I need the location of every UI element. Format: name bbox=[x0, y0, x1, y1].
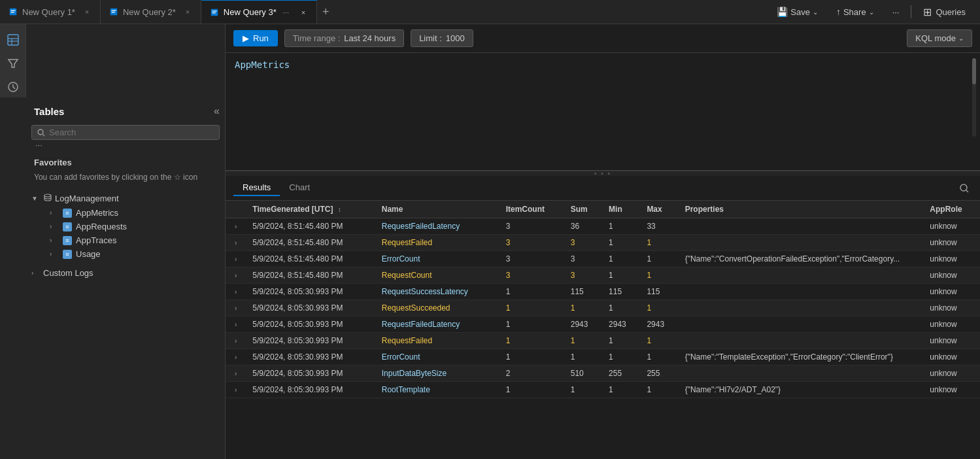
table-apptraces[interactable]: › ≡ AppTraces bbox=[26, 233, 225, 247]
table-apprequests[interactable]: › ≡ AppRequests bbox=[26, 220, 225, 233]
row-expand-icon[interactable]: › bbox=[232, 287, 239, 297]
query-editor[interactable]: AppMetrics bbox=[226, 53, 980, 171]
query-text[interactable]: AppMetrics bbox=[235, 60, 971, 70]
row-expand-icon[interactable]: › bbox=[232, 238, 239, 248]
results-tab-results[interactable]: Results bbox=[233, 180, 280, 196]
sidebar-collapse-icon[interactable]: « bbox=[214, 105, 220, 117]
row-itemcount: 3 bbox=[499, 267, 564, 284]
row-min: 1 bbox=[602, 349, 640, 366]
row-expand-cell[interactable]: › bbox=[226, 316, 246, 333]
results-table-wrapper: TimeGenerated [UTC] ↕ Name ItemCount Sum… bbox=[226, 201, 980, 459]
time-range-button[interactable]: Time range : Last 24 hours bbox=[284, 29, 404, 47]
row-expand-cell[interactable]: › bbox=[226, 333, 246, 349]
row-expand-cell[interactable]: › bbox=[226, 300, 246, 316]
row-expand-icon[interactable]: › bbox=[232, 320, 239, 330]
kql-mode-button[interactable]: KQL mode ⌄ bbox=[907, 29, 972, 47]
svg-rect-9 bbox=[8, 35, 18, 45]
row-expand-cell[interactable]: › bbox=[226, 251, 246, 267]
tab-1-label: New Query 1* bbox=[22, 7, 75, 17]
run-button[interactable]: ▶ Run bbox=[233, 30, 278, 46]
queries-button[interactable]: ⊞ Queries bbox=[917, 3, 972, 21]
col-min-header[interactable]: Min bbox=[602, 201, 640, 218]
share-button[interactable]: ↑ Share ⌄ bbox=[830, 4, 881, 20]
results-tab-chart[interactable]: Chart bbox=[280, 180, 319, 196]
log-management-label: LogManagement bbox=[55, 194, 119, 203]
table-appmetrics[interactable]: › ≡ AppMetrics bbox=[26, 206, 225, 220]
more-actions-button[interactable]: ··· bbox=[886, 5, 906, 20]
add-tab-button[interactable]: + bbox=[317, 5, 335, 19]
row-time: 5/9/2024, 8:51:45.480 PM bbox=[246, 218, 375, 235]
row-expand-icon[interactable]: › bbox=[232, 352, 239, 362]
sidebar-more-button[interactable]: ··· bbox=[31, 139, 45, 151]
star-icon: ☆ bbox=[174, 173, 183, 182]
col-sum-header[interactable]: Sum bbox=[564, 201, 602, 218]
tab-3-more[interactable]: ··· bbox=[280, 7, 292, 18]
row-itemcount: 1 bbox=[499, 284, 564, 300]
appmetrics-chevron: › bbox=[50, 209, 59, 216]
sidebar-panel-header: Tables « bbox=[26, 97, 225, 122]
table-row: › 5/9/2024, 8:05:30.993 PM RequestSucces… bbox=[226, 284, 980, 300]
row-expand-cell[interactable]: › bbox=[226, 218, 246, 235]
tab-1[interactable]: New Query 1* × bbox=[0, 0, 101, 24]
row-approle: unknow bbox=[923, 267, 980, 284]
tab-2-close[interactable]: × bbox=[182, 7, 193, 17]
row-expand-cell[interactable]: › bbox=[226, 267, 246, 284]
row-expand-cell[interactable]: › bbox=[226, 382, 246, 398]
col-properties-header[interactable]: Properties bbox=[679, 201, 924, 218]
tab-3[interactable]: New Query 3* ··· × bbox=[201, 0, 317, 24]
svg-point-15 bbox=[38, 129, 43, 135]
time-range-value: Last 24 hours bbox=[344, 33, 396, 43]
row-expand-icon[interactable]: › bbox=[232, 271, 239, 280]
queries-grid-icon: ⊞ bbox=[923, 6, 932, 18]
row-sum: 1 bbox=[564, 300, 602, 316]
col-name-header[interactable]: Name bbox=[375, 201, 499, 218]
row-time: 5/9/2024, 8:05:30.993 PM bbox=[246, 349, 375, 366]
row-expand-icon[interactable]: › bbox=[232, 336, 239, 346]
row-expand-icon[interactable]: › bbox=[232, 369, 239, 379]
svg-rect-4 bbox=[111, 10, 116, 10]
col-itemcount-header[interactable]: ItemCount bbox=[499, 201, 564, 218]
row-properties bbox=[679, 333, 924, 349]
limit-button[interactable]: Limit : 1000 bbox=[411, 29, 473, 47]
row-name: RootTemplate bbox=[375, 382, 499, 398]
row-approle: unknow bbox=[923, 333, 980, 349]
row-expand-cell[interactable]: › bbox=[226, 284, 246, 300]
col-timegenerated-header[interactable]: TimeGenerated [UTC] ↕ bbox=[246, 201, 375, 218]
sidebar-history-icon[interactable] bbox=[3, 76, 24, 97]
row-expand-cell[interactable]: › bbox=[226, 366, 246, 382]
query-area: ▶ Run Time range : Last 24 hours Limit :… bbox=[226, 24, 980, 459]
row-time: 5/9/2024, 8:05:30.993 PM bbox=[246, 316, 375, 333]
custom-logs-item[interactable]: › Custom Logs bbox=[26, 266, 225, 280]
row-max: 33 bbox=[640, 218, 678, 235]
tab-actions: 💾 Save ⌄ ↑ Share ⌄ ··· ⊞ Queries bbox=[770, 0, 980, 24]
search-box[interactable] bbox=[31, 125, 220, 140]
row-expand-icon[interactable]: › bbox=[232, 303, 239, 313]
row-approle: unknow bbox=[923, 366, 980, 382]
row-expand-icon[interactable]: › bbox=[232, 222, 239, 231]
row-expand-cell[interactable]: › bbox=[226, 235, 246, 251]
col-max-header[interactable]: Max bbox=[640, 201, 678, 218]
tab-1-close[interactable]: × bbox=[82, 7, 92, 17]
favorites-section: Favorites You can add favorites by click… bbox=[26, 152, 225, 188]
row-expand-icon[interactable]: › bbox=[232, 385, 239, 395]
row-max: 1 bbox=[640, 349, 678, 366]
sort-timegenerated-icon[interactable]: ↕ bbox=[338, 206, 341, 213]
row-expand-cell[interactable]: › bbox=[226, 349, 246, 366]
search-input[interactable] bbox=[49, 128, 214, 137]
tab-3-close[interactable]: × bbox=[298, 7, 309, 18]
sidebar-filter-icon[interactable] bbox=[3, 53, 24, 74]
sidebar-tables-icon[interactable] bbox=[3, 29, 24, 50]
more-actions-icon: ··· bbox=[892, 7, 900, 17]
row-approle: unknow bbox=[923, 300, 980, 316]
row-properties: {"Name":"ConvertOperationFailedException… bbox=[679, 251, 924, 267]
log-management-item[interactable]: ▼ LogManagement bbox=[26, 191, 225, 206]
editor-resize-handle[interactable]: • • • bbox=[226, 171, 980, 176]
results-search-button[interactable] bbox=[956, 180, 972, 196]
tab-2[interactable]: New Query 2* × bbox=[101, 0, 201, 24]
col-approle-header[interactable]: AppRole bbox=[923, 201, 980, 218]
share-chevron: ⌄ bbox=[869, 8, 874, 16]
row-name: RequestFailed bbox=[375, 333, 499, 349]
table-usage[interactable]: › ≡ Usage bbox=[26, 247, 225, 261]
row-expand-icon[interactable]: › bbox=[232, 254, 239, 264]
save-button[interactable]: 💾 Save ⌄ bbox=[770, 4, 824, 20]
